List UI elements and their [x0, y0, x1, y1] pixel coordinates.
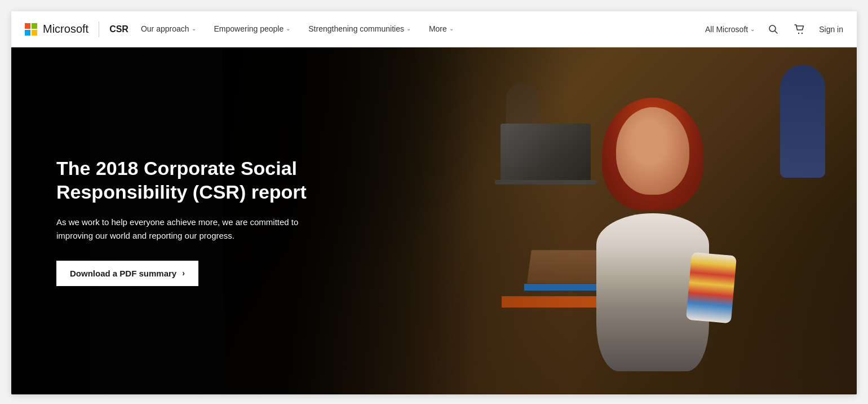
logo-cell-green [32, 23, 37, 29]
nav-divider [99, 21, 99, 37]
download-pdf-button[interactable]: Download a PDF summary › [56, 261, 198, 286]
chevron-down-icon: ⌄ [406, 25, 411, 32]
signin-link[interactable]: Sign in [819, 25, 843, 34]
brand-name: Microsoft [43, 23, 88, 36]
nav-item-empowering-people[interactable]: Empowering people ⌄ [206, 11, 299, 47]
navbar: Microsoft CSR Our approach ⌄ Empowering … [11, 11, 857, 47]
all-microsoft-dropdown[interactable]: All Microsoft ⌄ [705, 25, 755, 34]
chevron-down-icon: ⌄ [750, 26, 755, 32]
nav-item-more[interactable]: More ⌄ [421, 11, 462, 47]
svg-point-2 [798, 32, 799, 33]
nav-item-strengthening-communities[interactable]: Strengthening communities ⌄ [300, 11, 419, 47]
chevron-down-icon: ⌄ [449, 25, 454, 32]
hero-section: The 2018 Corporate Social Responsibility… [11, 47, 857, 394]
svg-point-3 [801, 32, 803, 33]
hero-content: The 2018 Corporate Social Responsibility… [56, 156, 327, 286]
chevron-down-icon: ⌄ [286, 25, 290, 32]
logo-cell-red [25, 23, 30, 29]
hero-subtitle: As we work to help everyone achieve more… [56, 216, 327, 243]
background-person-2 [780, 65, 825, 178]
hero-title: The 2018 Corporate Social Responsibility… [56, 156, 327, 204]
search-button[interactable] [766, 22, 781, 37]
microsoft-logo [25, 23, 37, 36]
brand-logo-link[interactable]: Microsoft [25, 23, 88, 36]
search-icon [768, 24, 778, 34]
girl-arm-stripe [685, 252, 736, 324]
chevron-down-icon: ⌄ [192, 25, 196, 32]
page-wrapper: Microsoft CSR Our approach ⌄ Empowering … [11, 11, 857, 394]
logo-cell-blue [25, 30, 30, 36]
cart-icon [794, 24, 805, 34]
cart-button[interactable] [792, 22, 808, 37]
svg-line-1 [775, 30, 777, 33]
nav-right: All Microsoft ⌄ Sign in [705, 22, 843, 37]
girl-head [616, 107, 689, 195]
nav-links: Our approach ⌄ Empowering people ⌄ Stren… [133, 11, 705, 47]
logo-cell-yellow [32, 30, 37, 36]
nav-item-our-approach[interactable]: Our approach ⌄ [133, 11, 204, 47]
csr-label: CSR [109, 24, 129, 34]
girl-figure [563, 82, 743, 395]
cta-arrow-icon: › [182, 269, 185, 278]
